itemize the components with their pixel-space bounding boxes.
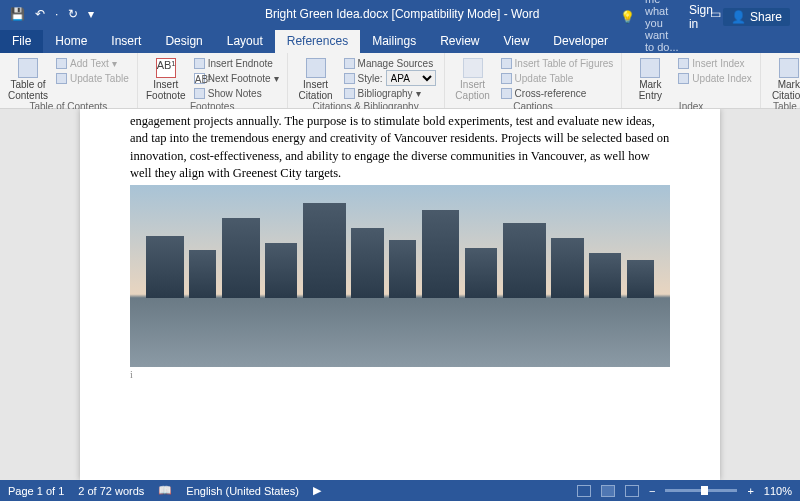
insert-footnote-button[interactable]: AB¹Insert Footnote — [144, 56, 188, 101]
redo-icon[interactable]: ↻ — [68, 7, 78, 21]
insert-caption-button[interactable]: Insert Caption — [451, 56, 495, 101]
share-button[interactable]: 👤Share — [723, 8, 790, 26]
save-icon[interactable]: 💾 — [10, 7, 25, 21]
tab-review[interactable]: Review — [428, 30, 491, 53]
ribbon-tabs: File Home Insert Design Layout Reference… — [0, 28, 800, 53]
ribbon: Table of Contents Add Text ▾ Update Tabl… — [0, 53, 800, 109]
status-bar: Page 1 of 1 2 of 72 words 📖 English (Uni… — [0, 480, 800, 501]
share-icon: 👤 — [731, 10, 746, 24]
zoom-slider[interactable] — [665, 489, 737, 492]
group-toc: Table of Contents Add Text ▾ Update Tabl… — [0, 53, 138, 108]
tab-file[interactable]: File — [0, 30, 43, 53]
sign-in-link[interactable]: Sign in — [689, 3, 713, 31]
status-proofing-icon[interactable]: 📖 — [158, 484, 172, 497]
tab-insert[interactable]: Insert — [99, 30, 153, 53]
document-page[interactable]: engagement projects annually. The purpos… — [80, 109, 720, 480]
view-web-layout-button[interactable] — [625, 485, 639, 497]
cross-reference-button[interactable]: Cross-reference — [499, 86, 616, 100]
bibliography-button[interactable]: Bibliography ▾ — [342, 86, 438, 100]
body-paragraph[interactable]: engagement projects annually. The purpos… — [130, 113, 670, 182]
status-language[interactable]: English (United States) — [186, 485, 299, 497]
table-of-contents-button[interactable]: Table of Contents — [6, 56, 50, 101]
tab-layout[interactable]: Layout — [215, 30, 275, 53]
undo-icon[interactable]: ↶ — [35, 7, 45, 21]
show-notes-button[interactable]: Show Notes — [192, 86, 281, 100]
zoom-in-button[interactable]: + — [747, 485, 753, 497]
next-footnote-button[interactable]: AB¹Next Footnote ▾ — [192, 71, 281, 85]
status-macro-icon[interactable]: ▶ — [313, 484, 321, 497]
update-table-button[interactable]: Update Table — [54, 71, 131, 85]
group-footnotes: AB¹Insert Footnote Insert Endnote AB¹Nex… — [138, 53, 288, 108]
tell-me-input[interactable]: Tell me what you want to do... — [645, 0, 679, 53]
group-index: Mark Entry Insert Index Update Index Ind… — [622, 53, 761, 108]
window-title: Bright Green Idea.docx [Compatibility Mo… — [94, 7, 710, 21]
tab-developer[interactable]: Developer — [541, 30, 620, 53]
insert-index-button[interactable]: Insert Index — [676, 56, 754, 70]
inline-image-skyline[interactable] — [130, 185, 670, 367]
lightbulb-icon: 💡 — [620, 10, 635, 24]
zoom-out-button[interactable]: − — [649, 485, 655, 497]
update-index-button[interactable]: Update Index — [676, 71, 754, 85]
tab-home[interactable]: Home — [43, 30, 99, 53]
mark-citation-button[interactable]: Mark Citation — [767, 56, 800, 101]
manage-sources-button[interactable]: Manage Sources — [342, 56, 438, 70]
group-toa: Mark Citation Table of Authorities — [761, 53, 800, 108]
group-citations: Insert Citation Manage Sources Style: AP… — [288, 53, 445, 108]
add-text-button[interactable]: Add Text ▾ — [54, 56, 131, 70]
status-wordcount[interactable]: 2 of 72 words — [78, 485, 144, 497]
view-print-layout-button[interactable] — [601, 485, 615, 497]
qat-divider: · — [55, 7, 58, 21]
tab-references[interactable]: References — [275, 30, 360, 53]
view-read-mode-button[interactable] — [577, 485, 591, 497]
tab-view[interactable]: View — [492, 30, 542, 53]
group-captions: Insert Caption Insert Table of Figures U… — [445, 53, 623, 108]
insert-tof-button[interactable]: Insert Table of Figures — [499, 56, 616, 70]
zoom-level[interactable]: 110% — [764, 485, 792, 497]
mark-entry-button[interactable]: Mark Entry — [628, 56, 672, 101]
tab-design[interactable]: Design — [153, 30, 214, 53]
footnote-separator: i — [130, 369, 670, 380]
citation-style-select[interactable]: Style: APA — [342, 71, 438, 85]
insert-endnote-button[interactable]: Insert Endnote — [192, 56, 281, 70]
insert-citation-button[interactable]: Insert Citation — [294, 56, 338, 101]
tab-mailings[interactable]: Mailings — [360, 30, 428, 53]
status-page[interactable]: Page 1 of 1 — [8, 485, 64, 497]
document-canvas[interactable]: engagement projects annually. The purpos… — [0, 109, 800, 480]
update-caption-table-button[interactable]: Update Table — [499, 71, 616, 85]
